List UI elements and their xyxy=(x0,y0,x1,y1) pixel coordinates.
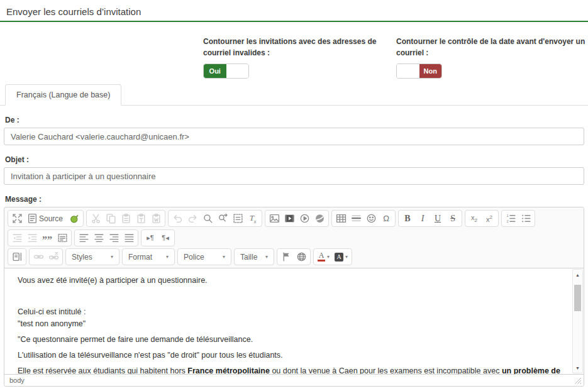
editor-toolbar: SourceTxΩBIUSx2x212””▸¶¶◂Styles▾Format▾P… xyxy=(4,207,584,268)
strikethrough-icon[interactable]: S xyxy=(445,211,460,226)
special-char-icon[interactable]: Ω xyxy=(379,211,394,226)
element-path: body xyxy=(9,377,25,384)
source-icon[interactable]: Source xyxy=(25,211,67,226)
maximize-icon[interactable] xyxy=(9,211,25,226)
replace-icon[interactable] xyxy=(215,211,230,226)
underline-icon[interactable]: U xyxy=(430,211,445,226)
toolbar-group: Ω xyxy=(331,210,396,227)
message-body[interactable]: Vous avez été invité(e) à participer à u… xyxy=(4,268,571,374)
message-paragraph xyxy=(18,290,565,302)
subscript-icon[interactable]: x2 xyxy=(467,211,482,226)
toolbar-group: x2x2 xyxy=(465,210,499,227)
undo-icon[interactable] xyxy=(170,211,185,226)
redo-icon[interactable] xyxy=(185,211,200,226)
from-input[interactable] xyxy=(4,128,584,145)
taille-dropdown[interactable]: Taille▾ xyxy=(234,248,274,265)
toggle-date-control-switch[interactable]: Non xyxy=(396,63,442,79)
background-color-icon[interactable]: A▾ xyxy=(332,250,350,265)
select-all-icon[interactable] xyxy=(230,211,245,226)
toolbar-group: Source xyxy=(8,210,84,227)
align-left-icon[interactable] xyxy=(76,231,91,246)
horizontal-rule-icon[interactable] xyxy=(348,211,363,226)
show-blocks-icon[interactable] xyxy=(9,250,25,265)
paste-text-icon[interactable] xyxy=(133,211,148,226)
scroll-up-icon[interactable]: ▲ xyxy=(573,270,582,279)
message-paragraph: L'utilisation de la télésurveillance n'e… xyxy=(18,350,565,361)
toolbar-group xyxy=(74,229,138,246)
police-dropdown[interactable]: Police▾ xyxy=(177,248,231,265)
message-paragraph: Vous avez été invité(e) à participer à u… xyxy=(18,275,565,287)
image-icon[interactable] xyxy=(267,211,282,226)
svg-text:1: 1 xyxy=(506,214,508,218)
format-dropdown[interactable]: Format▾ xyxy=(122,248,175,265)
chevron-down-icon: ▾ xyxy=(111,254,113,260)
message-paragraph: Celui-ci est intitulé :"test non anonyme… xyxy=(18,306,565,330)
outdent-icon[interactable] xyxy=(9,231,25,246)
editor-content-wrap: Vous avez été invité(e) à participer à u… xyxy=(4,268,584,374)
toolbar-group: ▸¶¶◂ xyxy=(141,229,175,246)
paste-word-icon[interactable] xyxy=(148,211,164,226)
lime-replacement-icon[interactable] xyxy=(67,211,82,226)
table-icon[interactable] xyxy=(333,211,348,226)
align-center-icon[interactable] xyxy=(91,231,106,246)
indent-icon[interactable] xyxy=(25,231,40,246)
toolbar-group xyxy=(29,248,63,265)
link-icon[interactable] xyxy=(31,250,46,265)
page-header: Envoyer les courriels d’invitation xyxy=(0,0,588,22)
toolbar-group: ”” xyxy=(8,229,72,246)
toolbar-group xyxy=(265,210,329,227)
bold-icon[interactable]: B xyxy=(400,211,415,226)
rtl-icon[interactable]: ¶◂ xyxy=(158,231,173,246)
toggle-off-segment[interactable]: Non xyxy=(419,64,442,78)
div-container-icon[interactable] xyxy=(55,231,70,246)
video-icon[interactable] xyxy=(282,211,297,226)
message-paragraph: Elle est réservée aux étudiants qui habi… xyxy=(18,365,565,374)
message-editor: SourceTxΩBIUSx2x212””▸¶¶◂Styles▾Format▾P… xyxy=(4,207,584,387)
scroll-down-icon[interactable]: ▼ xyxy=(573,363,582,372)
remove-format-icon[interactable]: Tx xyxy=(245,211,260,226)
from-label: De : xyxy=(5,116,583,124)
numbered-list-icon[interactable]: 12 xyxy=(503,211,518,226)
message-paragraph: "Ce questonnaire permet de faire une dem… xyxy=(18,334,565,346)
editor-scrollbar[interactable]: ▲ ▼ xyxy=(572,269,583,373)
subject-input[interactable] xyxy=(4,167,584,185)
blockquote-icon[interactable]: ”” xyxy=(40,231,55,246)
chevron-down-icon: ▾ xyxy=(265,254,268,260)
resize-handle-icon[interactable] xyxy=(574,377,581,384)
bullet-list-icon[interactable] xyxy=(518,211,533,226)
superscript-icon[interactable]: x2 xyxy=(482,211,497,226)
globe-icon[interactable] xyxy=(294,250,309,265)
toggle-date-control: Contourner le contrôle de la date avant … xyxy=(396,36,588,79)
paste-icon[interactable] xyxy=(118,211,133,226)
tab-francais-langue-de-base[interactable]: Français (Langue de base) xyxy=(5,84,121,106)
chevron-down-icon: ▾ xyxy=(166,254,169,260)
flash-icon[interactable] xyxy=(312,211,327,226)
toggle-invalid-email-switch[interactable]: Oui xyxy=(203,63,249,79)
unlink-icon[interactable] xyxy=(46,250,61,265)
media-play-icon[interactable] xyxy=(297,211,312,226)
cut-icon[interactable] xyxy=(88,211,103,226)
editor-status-bar: body xyxy=(4,374,584,386)
svg-text:2: 2 xyxy=(506,219,508,223)
toggle-invalid-email-label: Contourner les invitations avec des adre… xyxy=(203,36,378,58)
toolbar-group: 12 xyxy=(501,210,535,227)
align-justify-icon[interactable] xyxy=(121,231,136,246)
toggle-off-segment[interactable] xyxy=(226,64,249,78)
toggle-on-segment[interactable]: Oui xyxy=(204,64,226,78)
copy-icon[interactable] xyxy=(103,211,118,226)
ltr-icon[interactable]: ▸¶ xyxy=(143,231,158,246)
language-tabs: Français (Langue de base) xyxy=(0,84,588,106)
scrollbar-thumb[interactable] xyxy=(574,285,581,311)
styles-dropdown[interactable]: Styles▾ xyxy=(65,248,119,265)
anchor-icon[interactable] xyxy=(279,250,294,265)
align-right-icon[interactable] xyxy=(106,231,121,246)
smiley-icon[interactable] xyxy=(363,211,379,226)
toolbar-group xyxy=(277,248,311,265)
text-color-icon[interactable]: A▾ xyxy=(315,250,332,265)
toolbar-group xyxy=(86,210,165,227)
italic-icon[interactable]: I xyxy=(415,211,430,226)
toggle-on-segment[interactable] xyxy=(397,64,419,78)
page-title: Envoyer les courriels d’invitation xyxy=(6,6,582,17)
find-icon[interactable] xyxy=(200,211,215,226)
toolbar-group xyxy=(8,248,26,265)
